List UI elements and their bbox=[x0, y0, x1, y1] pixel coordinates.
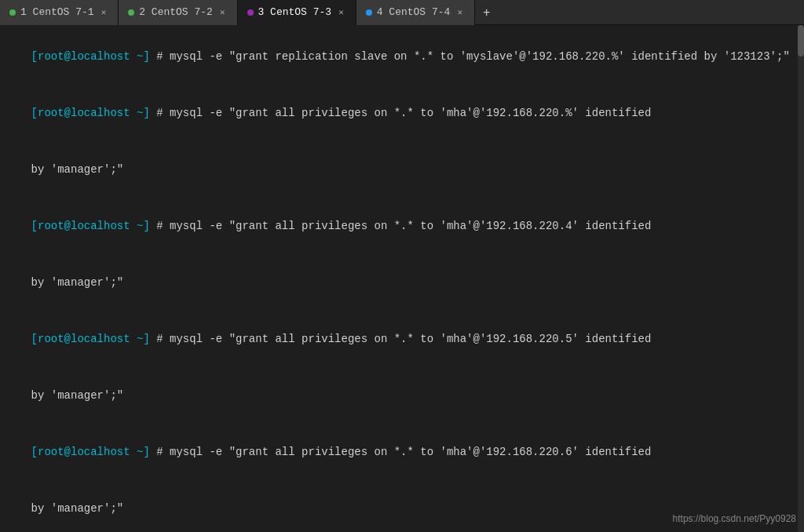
terminal-line-6: [root@localhost ~] # mysql -e "grant all… bbox=[5, 311, 799, 367]
terminal-line-2: [root@localhost ~] # mysql -e "grant all… bbox=[5, 85, 799, 141]
prompt-4: [root@localhost ~] bbox=[31, 333, 150, 345]
tab-close-3[interactable]: ✕ bbox=[336, 6, 346, 18]
tab-label-2: 2 CentOS 7-2 bbox=[139, 6, 213, 18]
terminal-line-8: [root@localhost ~] # mysql -e "grant all… bbox=[5, 424, 799, 480]
terminal-line-4: [root@localhost ~] # mysql -e "grant all… bbox=[5, 198, 799, 254]
prompt-1: [root@localhost ~] bbox=[31, 50, 150, 63]
tab-1[interactable]: 1 CentOS 7-1 ✕ bbox=[0, 0, 119, 25]
prompt-5: [root@localhost ~] bbox=[31, 446, 150, 458]
tab-close-4[interactable]: ✕ bbox=[455, 6, 465, 18]
terminal-line-3: by 'manager';" bbox=[5, 141, 799, 198]
tab-dot-1 bbox=[9, 9, 16, 16]
prompt-3: [root@localhost ~] bbox=[31, 220, 150, 232]
tab-close-1[interactable]: ✕ bbox=[99, 6, 109, 18]
new-tab-button[interactable]: + bbox=[475, 0, 498, 25]
tab-label-3: 3 CentOS 7-3 bbox=[258, 6, 332, 18]
tab-close-2[interactable]: ✕ bbox=[217, 6, 228, 18]
terminal-line-7: by 'manager';" bbox=[5, 367, 799, 424]
terminal-area[interactable]: [root@localhost ~] # mysql -e "grant rep… bbox=[0, 25, 804, 532]
tab-2[interactable]: 2 CentOS 7-2 ✕ bbox=[119, 0, 237, 25]
scrollbar-thumb[interactable] bbox=[798, 25, 804, 56]
terminal-line-9: by 'manager';" bbox=[5, 480, 799, 532]
prompt-2: [root@localhost ~] bbox=[31, 107, 150, 119]
terminal-line-1: [root@localhost ~] # mysql -e "grant rep… bbox=[5, 28, 799, 85]
terminal-line-5: by 'manager';" bbox=[5, 254, 799, 311]
tab-label-1: 1 CentOS 7-1 bbox=[20, 6, 94, 18]
tab-3[interactable]: 3 CentOS 7-3 ✕ bbox=[238, 0, 356, 25]
tab-bar: 1 CentOS 7-1 ✕ 2 CentOS 7-2 ✕ 3 CentOS 7… bbox=[0, 0, 804, 25]
tab-label-4: 4 CentOS 7-4 bbox=[377, 6, 451, 18]
tab-dot-4 bbox=[366, 9, 372, 16]
watermark: https://blog.csdn.net/Pyy0928 bbox=[673, 513, 796, 524]
scrollbar[interactable] bbox=[798, 25, 804, 532]
tab-dot-2 bbox=[128, 9, 134, 16]
tab-4[interactable]: 4 CentOS 7-4 ✕ bbox=[356, 0, 475, 25]
tab-dot-3 bbox=[247, 9, 254, 16]
